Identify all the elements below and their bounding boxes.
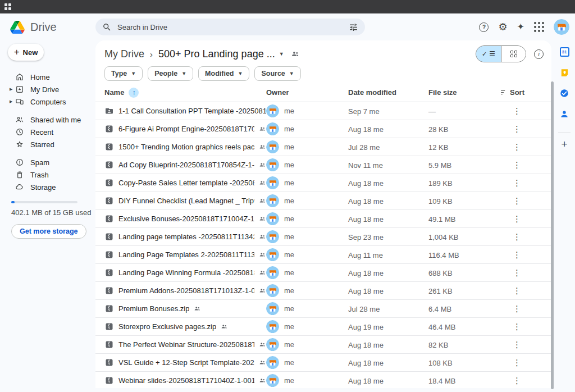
shared-people-icon [221, 323, 228, 330]
table-row[interactable]: 6-Figure Ai Prompt Engine-20250818T17085… [95, 120, 551, 138]
search-input[interactable]: Search in Drive [117, 23, 343, 31]
file-size: 5.9 MB [428, 161, 451, 170]
breadcrumb-my-drive[interactable]: My Drive [104, 48, 144, 60]
filter-chip-people[interactable]: People▼ [148, 66, 193, 81]
details-info-icon[interactable]: i [534, 49, 544, 59]
more-actions-icon[interactable]: ⋮ [509, 142, 524, 152]
more-actions-icon[interactable]: ⋮ [509, 159, 524, 170]
table-row[interactable]: Landing Page Winning Formula -20250818T1… [95, 264, 551, 282]
more-actions-icon[interactable]: ⋮ [509, 267, 524, 278]
table-row[interactable]: Copy-Paste Sales Letter template -202508… [95, 174, 551, 192]
date-modified: Sep 23 me [348, 233, 384, 241]
more-actions-icon[interactable]: ⋮ [509, 339, 524, 350]
table-row[interactable]: Exclusive Bonuses-20250818T171004Z-1-001… [95, 210, 551, 228]
table-row[interactable]: The Perfect Webinar Structure-20250818T1… [95, 336, 551, 354]
tasks-icon[interactable] [559, 88, 569, 99]
table-row[interactable]: VSL Guide + 12-Step Script Template-2025… [95, 354, 551, 372]
more-actions-icon[interactable]: ⋮ [509, 124, 524, 134]
more-actions-icon[interactable]: ⋮ [509, 285, 524, 296]
more-actions-icon[interactable]: ⋮ [509, 303, 524, 314]
sidebar-item-home[interactable]: Home [0, 71, 95, 83]
owner-avatar [266, 320, 279, 333]
table-row[interactable]: DIY Funnel Checklist (Lead Magnet _ Trip… [95, 192, 551, 210]
owner-label: me [284, 179, 294, 187]
column-header-modified[interactable]: Date modified [348, 88, 396, 97]
more-actions-icon[interactable]: ⋮ [509, 321, 524, 332]
recent-clock-icon [15, 127, 24, 136]
more-actions-icon[interactable]: ⋮ [509, 213, 524, 224]
table-row[interactable]: Landing page templates -20250811T113421Z… [95, 228, 551, 246]
keep-icon[interactable] [560, 67, 569, 78]
search-icon [102, 22, 112, 32]
contacts-icon[interactable] [559, 108, 569, 120]
column-header-owner[interactable]: Owner [266, 88, 289, 97]
drive-brand[interactable]: Drive [0, 21, 95, 34]
owner-avatar [266, 356, 279, 369]
shared-people-icon [259, 233, 266, 240]
zip-file-icon [104, 196, 114, 206]
search-bar[interactable]: Search in Drive [95, 19, 365, 35]
filter-chip-modified[interactable]: Modified▼ [198, 66, 249, 81]
more-actions-icon[interactable]: ⋮ [509, 357, 524, 368]
table-row[interactable]: Premium Addons-20250818T171013Z-1-001.zi… [95, 282, 551, 300]
get-add-ons-icon[interactable]: + [561, 139, 567, 150]
sidebar-item-trash[interactable]: Trash [0, 168, 95, 181]
sort-menu-button[interactable]: Sort [500, 88, 524, 97]
home-icon [15, 72, 24, 81]
sidebar-item-computers[interactable]: ▶ Computers [0, 95, 95, 108]
table-row[interactable]: 1500+ Trending Motion graphics reels pac… [95, 138, 551, 156]
filter-chip-source[interactable]: Source▼ [254, 66, 300, 81]
sidebar-item-my-drive[interactable]: ▶ My Drive [0, 83, 95, 95]
gemini-spark-icon[interactable]: ✦ [517, 22, 524, 31]
google-apps-icon[interactable] [534, 22, 544, 32]
help-icon[interactable]: ? [479, 22, 489, 32]
owner-avatar [266, 374, 279, 387]
new-button[interactable]: + New [8, 44, 44, 61]
calendar-icon[interactable]: 31 [560, 46, 569, 57]
search-options-icon[interactable] [349, 22, 358, 32]
more-actions-icon[interactable]: ⋮ [509, 249, 524, 260]
grid-view-toggle[interactable] [501, 46, 526, 62]
sidebar-item-shared-with-me[interactable]: Shared with me [0, 113, 95, 126]
column-header-size[interactable]: File size [428, 88, 457, 97]
get-more-storage-button[interactable]: Get more storage [11, 224, 86, 239]
plus-icon: + [14, 47, 20, 58]
more-actions-icon[interactable]: ⋮ [509, 106, 524, 116]
sidebar-item-spam[interactable]: Spam [0, 156, 95, 168]
more-actions-icon[interactable]: ⋮ [509, 195, 524, 206]
settings-gear-icon[interactable]: ⚙ [498, 22, 507, 32]
more-actions-icon[interactable]: ⋮ [509, 375, 524, 386]
table-row[interactable]: Premium Bonuses.zip me Jul 28 me 6.4 MB … [95, 300, 551, 318]
table-row[interactable]: Storexpro Exclusive pages.zip me Aug 19 … [95, 318, 551, 336]
shared-people-icon [194, 305, 201, 312]
table-row[interactable]: Ad Copy Blueprint-20250818T170854Z-1-001… [95, 156, 551, 174]
date-modified: Aug 18 me [348, 377, 384, 385]
more-actions-icon[interactable]: ⋮ [509, 231, 524, 242]
date-modified: Aug 18 me [348, 341, 384, 349]
account-avatar[interactable] [554, 19, 569, 35]
filter-chip-type[interactable]: Type▼ [104, 66, 143, 81]
window-grid-icon[interactable] [4, 3, 11, 10]
zip-file-icon [104, 142, 114, 152]
owner-avatar [266, 158, 279, 171]
table-row[interactable]: 1-1 Call Consultation PPT Template -2025… [95, 102, 551, 120]
table-row[interactable]: Landing Page Templates 2-20250811T113424… [95, 246, 551, 264]
list-view-toggle[interactable]: ✓ ☰ [476, 46, 501, 62]
file-size: 49.1 MB [428, 215, 455, 224]
chevron-right-icon: › [150, 49, 153, 59]
table-row[interactable]: Webinar slides-20250818T171040Z-1-001.zi… [95, 372, 551, 388]
sidebar-item-starred[interactable]: Starred [0, 138, 95, 151]
file-size: 109 KB [428, 197, 453, 206]
cloud-icon [15, 183, 24, 192]
owner-avatar [266, 104, 279, 117]
owner-label: me [284, 250, 294, 259]
sidebar-item-recent[interactable]: Recent [0, 126, 95, 138]
shared-with-me-icon [15, 115, 24, 124]
sort-ascending-icon[interactable]: ↑ [129, 88, 139, 98]
breadcrumb-current-folder[interactable]: 500+ Pro Landing page ... ▼ [158, 48, 284, 60]
expand-arrow-icon[interactable]: ▶ [10, 87, 12, 92]
column-header-name[interactable]: Name [104, 88, 124, 97]
more-actions-icon[interactable]: ⋮ [509, 177, 524, 188]
sidebar-item-storage[interactable]: Storage [0, 181, 95, 193]
expand-arrow-icon[interactable]: ▶ [10, 99, 12, 104]
